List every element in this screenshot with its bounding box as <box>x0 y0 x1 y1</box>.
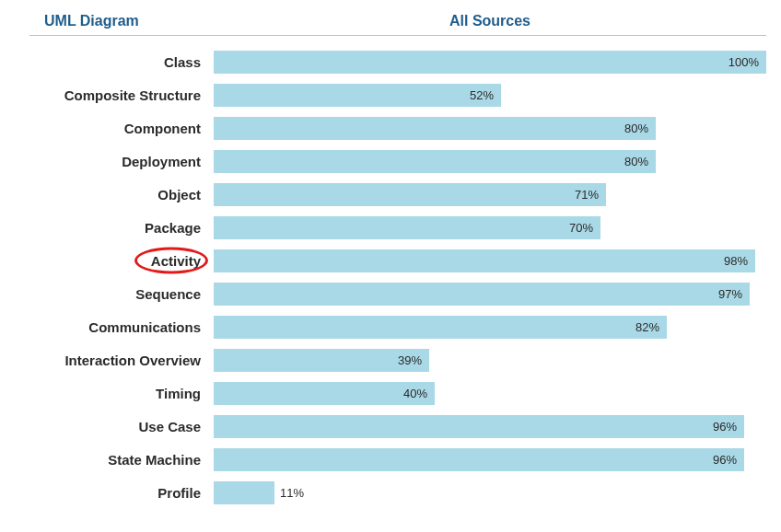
bar: 11% <box>214 481 274 504</box>
category-label: Class <box>29 54 214 70</box>
bar: 70% <box>214 216 600 239</box>
chart-row: Deployment80% <box>29 145 766 178</box>
category-label: Profile <box>29 485 214 501</box>
bar-value-label: 97% <box>718 287 742 301</box>
highlight-ellipse-icon <box>134 248 208 274</box>
bar: 96% <box>214 415 744 438</box>
chart-row: Timing40% <box>29 376 766 410</box>
axis-label-y: UML Diagram <box>29 13 214 29</box>
bar-value-label: 80% <box>624 121 648 135</box>
bar-track: 80% <box>214 117 766 140</box>
bar-track: 96% <box>214 415 766 438</box>
category-label: Deployment <box>29 154 214 169</box>
category-label: Use Case <box>29 419 214 434</box>
chart-row: Interaction Overview39% <box>29 343 766 376</box>
bar-value-label: 80% <box>624 155 648 168</box>
bar-value-label: 96% <box>713 453 737 467</box>
chart-row: Communications82% <box>29 310 766 343</box>
chart-row: Composite Structure52% <box>29 78 766 111</box>
chart-row: Class100% <box>29 45 766 78</box>
bar-value-label: 71% <box>575 188 599 202</box>
bar: 97% <box>214 283 750 306</box>
category-label: Activity <box>29 253 214 269</box>
category-label: Communications <box>29 319 214 335</box>
chart-row: Component80% <box>29 111 766 145</box>
bar-chart: UML Diagram All Sources Class100%Composi… <box>29 13 766 509</box>
bar: 98% <box>214 249 755 272</box>
bar-value-label: 70% <box>569 221 593 235</box>
bar-value-label: 39% <box>398 353 422 367</box>
bar: 52% <box>214 84 501 107</box>
bar-value-label: 98% <box>724 254 748 268</box>
bar-track: 80% <box>214 150 766 173</box>
chart-row: Profile11% <box>29 476 766 509</box>
chart-row: Sequence97% <box>29 277 766 310</box>
category-label: Composite Structure <box>29 87 214 103</box>
category-label: Object <box>29 187 214 202</box>
bar: 82% <box>214 316 667 339</box>
bar-track: 96% <box>214 448 766 471</box>
bar-track: 100% <box>214 51 766 74</box>
category-label: Interaction Overview <box>29 353 214 368</box>
category-label: Component <box>29 121 214 136</box>
bar: 40% <box>214 382 435 405</box>
bar-track: 97% <box>214 283 766 306</box>
bar: 100% <box>214 51 766 74</box>
bar: 96% <box>214 448 744 471</box>
chart-row: Use Case96% <box>29 410 766 443</box>
bar-value-label: 40% <box>403 387 427 400</box>
axis-label-x: All Sources <box>214 13 766 29</box>
bar-track: 71% <box>214 183 766 206</box>
category-label: Timing <box>29 386 214 401</box>
bar-track: 39% <box>214 349 766 372</box>
chart-row: Object71% <box>29 178 766 211</box>
bar: 39% <box>214 349 429 372</box>
bar: 71% <box>214 183 606 206</box>
chart-row: Activity98% <box>29 244 766 277</box>
bar-value-label: 11% <box>280 486 304 500</box>
bar-value-label: 52% <box>470 88 494 102</box>
category-label: Sequence <box>29 286 214 302</box>
chart-row: Package70% <box>29 211 766 244</box>
bar: 80% <box>214 150 656 173</box>
chart-row: State Machine96% <box>29 443 766 476</box>
category-label: Package <box>29 220 214 236</box>
chart-rows: Class100%Composite Structure52%Component… <box>29 45 766 509</box>
bar-track: 11% <box>214 481 766 504</box>
bar-track: 52% <box>214 84 766 107</box>
bar-track: 70% <box>214 216 766 239</box>
bar-track: 98% <box>214 249 766 272</box>
bar-value-label: 96% <box>713 420 737 434</box>
category-label: State Machine <box>29 452 214 468</box>
bar: 80% <box>214 117 656 140</box>
bar-value-label: 100% <box>729 55 759 69</box>
chart-header: UML Diagram All Sources <box>29 13 766 36</box>
bar-track: 82% <box>214 316 766 339</box>
bar-value-label: 82% <box>635 320 659 334</box>
bar-track: 40% <box>214 382 766 405</box>
